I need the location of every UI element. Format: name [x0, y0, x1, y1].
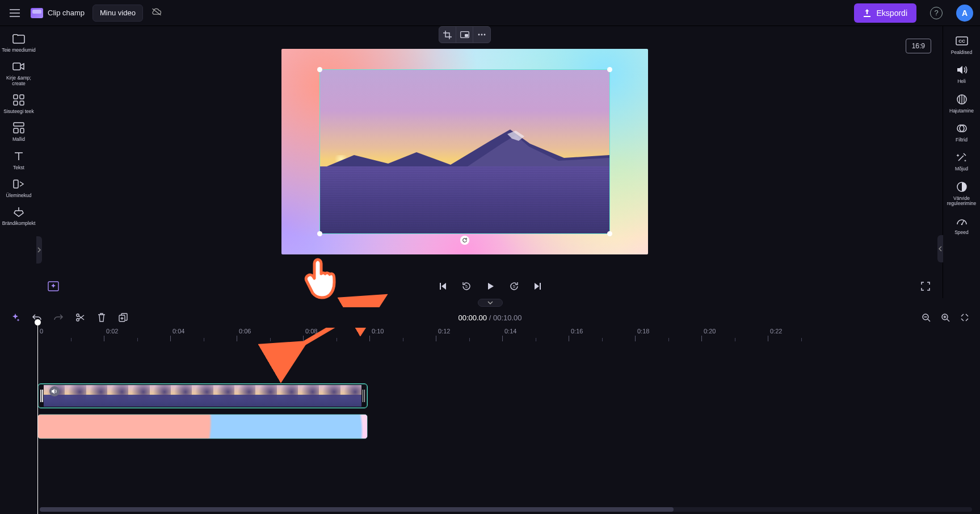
sidebar-item-speed[interactable]: Speed [945, 214, 979, 235]
ruler-tick-label: 0:10 [372, 328, 384, 335]
svg-point-14 [484, 34, 486, 36]
svg-rect-7 [14, 128, 18, 133]
sidebar-item-label: Mallid [12, 137, 25, 142]
foreground-clip [320, 70, 609, 233]
seek-back-button[interactable]: 5 [460, 279, 473, 293]
right-drawer-toggle[interactable] [937, 235, 943, 262]
svg-point-13 [481, 34, 483, 36]
cloud-off-icon[interactable] [151, 7, 162, 19]
sidebar-item-brand-kit[interactable]: Brändikomplekt [2, 205, 36, 226]
skip-forward-icon [533, 282, 542, 291]
timecode-duration: 00:10.00 [493, 314, 522, 322]
resize-handle-bottom-right[interactable] [607, 231, 612, 236]
hamburger-menu-button[interactable] [7, 5, 23, 21]
playhead[interactable] [37, 319, 38, 514]
duplicate-button[interactable] [117, 311, 129, 324]
avatar[interactable]: A [956, 5, 973, 22]
help-button[interactable]: ? [930, 7, 943, 19]
track-background-clip[interactable] [37, 414, 368, 439]
aspect-ratio-button[interactable]: 16:9 [906, 39, 931, 53]
ai-button[interactable] [9, 311, 22, 324]
sidebar-item-label: Filtrid [956, 137, 968, 143]
text-icon [12, 149, 26, 163]
canvas-area: 16:9 [37, 26, 943, 298]
timeline-collapse-toggle[interactable] [0, 298, 980, 307]
right-sidebar: CC Pealdised Heli Hajutamine Filtrid Mõj… [943, 26, 980, 298]
zoom-out-button[interactable] [920, 311, 932, 324]
seek-forward-button[interactable]: 5 [507, 279, 521, 293]
rotate-icon [462, 237, 468, 243]
ruler-tick-label: 0:12 [438, 328, 450, 335]
crop-button[interactable] [439, 27, 456, 43]
sidebar-item-label: Mõjud [955, 166, 968, 172]
svg-rect-8 [20, 128, 24, 133]
sidebar-item-captions[interactable]: CC Pealdised [945, 34, 979, 55]
pip-button[interactable] [456, 27, 473, 43]
app-name: Clip champ [48, 9, 85, 17]
sidebar-item-color-adjust[interactable]: Värvide reguleerimine [945, 180, 979, 207]
sidebar-item-filters[interactable]: Filtrid [945, 122, 979, 143]
more-button[interactable] [473, 27, 490, 43]
fullscreen-button[interactable] [919, 279, 932, 293]
svg-rect-11 [465, 34, 468, 37]
sidebar-item-label: Värvide reguleerimine [945, 196, 979, 207]
sidebar-item-fade[interactable]: Hajutamine [945, 93, 979, 114]
sidebar-item-label: Sisuteegi teek [3, 109, 33, 114]
svg-point-27 [77, 319, 79, 321]
timeline-ruler[interactable]: 00:020:040:060:080:100:120:140:160:180:2… [37, 328, 971, 344]
clip-audio-icon[interactable] [49, 386, 60, 396]
filters-icon [955, 122, 969, 135]
sidebar-item-your-media[interactable]: Teie meediumid [2, 32, 36, 53]
media-folder-icon [12, 32, 26, 45]
timeline-horizontal-scrollbar[interactable] [40, 507, 972, 512]
contrast-icon [955, 180, 969, 194]
camcorder-icon [12, 60, 26, 73]
selected-clip-frame[interactable] [319, 69, 610, 234]
preview-stage: 16:9 [37, 26, 943, 274]
clip-right-trim-handle[interactable] [361, 385, 366, 407]
jump-start-button[interactable] [436, 279, 449, 293]
timecode-separator: / [487, 314, 493, 322]
rotate-handle[interactable] [460, 236, 469, 245]
redo-button[interactable] [52, 311, 65, 324]
clip-thumbnails [44, 385, 361, 407]
audio-icon [955, 63, 969, 77]
sidebar-item-content-library[interactable]: Sisuteegi teek [2, 93, 36, 114]
sidebar-item-label: Kirje &amp; create [2, 76, 36, 86]
clip-floating-toolbar [439, 26, 491, 43]
sidebar-item-record-create[interactable]: Kirje &amp; create [2, 60, 36, 86]
workspace: Teie meediumid Kirje &amp; create Sisute… [0, 26, 980, 298]
resize-handle-top-left[interactable] [317, 67, 322, 72]
clip-left-trim-handle[interactable] [39, 385, 44, 407]
svg-rect-4 [14, 101, 18, 105]
svg-rect-6 [14, 123, 24, 126]
chevron-left-icon [939, 246, 942, 252]
play-button[interactable] [483, 279, 497, 293]
zoom-fit-button[interactable] [958, 311, 971, 324]
split-button[interactable] [74, 311, 86, 324]
preview-canvas[interactable] [281, 49, 648, 254]
resize-handle-bottom-left[interactable] [317, 231, 322, 236]
export-button[interactable]: Ekspordi [854, 3, 916, 23]
sidebar-item-effects[interactable]: Mõjud [945, 151, 979, 172]
zoom-in-button[interactable] [939, 311, 952, 324]
zoom-in-icon [941, 313, 950, 322]
scrollbar-thumb[interactable] [40, 507, 674, 512]
resize-handle-top-right[interactable] [607, 67, 612, 72]
sidebar-item-audio[interactable]: Heli [945, 63, 979, 84]
sidebar-item-label: Teie meediumid [2, 48, 36, 53]
sidebar-item-transitions[interactable]: Üleminekud [2, 177, 36, 198]
svg-rect-1 [13, 63, 20, 70]
svg-text:CC: CC [958, 39, 965, 44]
delete-button[interactable] [95, 311, 108, 324]
sidebar-item-text[interactable]: Tekst [2, 149, 36, 170]
project-name-button[interactable]: Minu video [92, 5, 143, 22]
effects-icon [955, 151, 969, 164]
track-video-clip[interactable] [37, 383, 368, 408]
sidebar-item-templates[interactable]: Mallid [2, 121, 36, 142]
fullscreen-icon [920, 281, 931, 291]
sidebar-item-label: Hajutamine [949, 108, 974, 114]
picture-in-picture-icon [460, 31, 469, 38]
ai-suggestions-button[interactable] [48, 281, 59, 292]
jump-end-button[interactable] [531, 279, 545, 293]
